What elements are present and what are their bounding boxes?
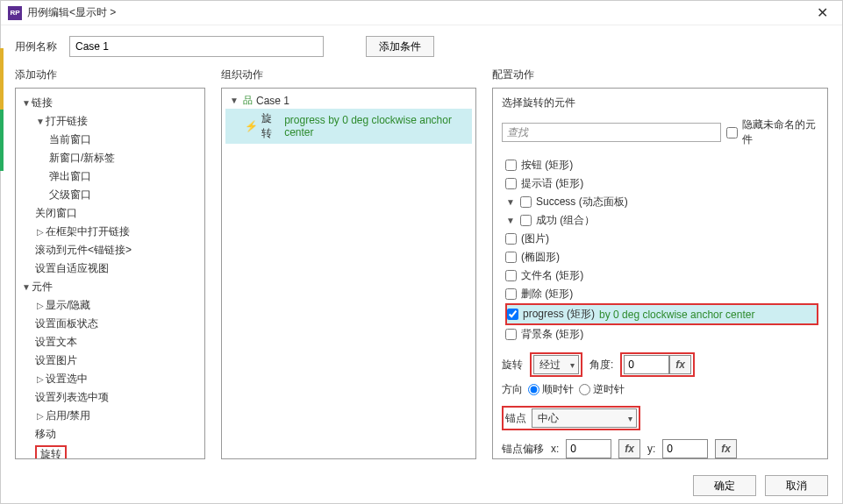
add-condition-button[interactable]: 添加条件 — [366, 36, 434, 57]
anchor-label: 锚点 — [505, 411, 526, 426]
chevron-down-icon — [229, 96, 239, 105]
tree-item[interactable]: 当前窗口 — [19, 131, 201, 149]
ok-button[interactable]: 确定 — [693, 475, 756, 496]
tree-item[interactable]: 设置文本 — [19, 333, 201, 351]
action-tree-panel: 链接 打开链接 当前窗口 新窗口/新标签 弹出窗口 父级窗口 关闭窗口 在框架中… — [15, 88, 205, 459]
action-prefix: 旋转 — [261, 111, 281, 141]
case-actions-panel: 品 Case 1 ⚡ 旋转progress by 0 deg clockwise… — [221, 88, 476, 459]
section-right-title: 配置动作 — [492, 67, 828, 82]
widget-item[interactable]: 删除 (矩形) — [505, 285, 818, 303]
tree-group-open-link[interactable]: 打开链接 — [19, 112, 201, 131]
tree-item[interactable]: 移动 — [19, 425, 201, 444]
tree-item[interactable]: 弹出窗口 — [19, 167, 201, 186]
tree-item[interactable]: 新窗口/新标签 — [19, 149, 201, 167]
tree-group-links[interactable]: 链接 — [19, 94, 201, 112]
case-name-input[interactable] — [69, 36, 324, 57]
tree-item[interactable]: 在框架中打开链接 — [19, 223, 201, 241]
window-title: 用例编辑<显示时 > — [27, 5, 809, 20]
progress-suffix: by 0 deg clockwise anchor center — [599, 309, 754, 321]
search-input[interactable] — [502, 123, 721, 142]
bolt-icon: ⚡ — [245, 120, 258, 132]
config-panel: 选择旋转的元件 隐藏未命名的元件 按钮 (矩形) 提示语 (矩形) Succes… — [492, 88, 828, 459]
widget-item[interactable]: (椭圆形) — [505, 248, 818, 266]
progress-name: progress (矩形) — [523, 307, 595, 322]
widget-item[interactable]: (图片) — [505, 230, 818, 248]
direction-label: 方向 — [502, 382, 523, 397]
action-suffix: progress by 0 deg clockwise anchor cente… — [284, 114, 468, 138]
tree-item[interactable]: 设置自适应视图 — [19, 259, 201, 278]
widget-item[interactable]: 提示语 (矩形) — [505, 174, 818, 193]
radio-ccw[interactable]: 逆时针 — [579, 382, 625, 397]
offset-x-input[interactable] — [566, 439, 611, 458]
widget-item[interactable]: 成功 (组合） — [505, 211, 818, 230]
case-name-label: 用例名称 — [15, 39, 61, 54]
section-left-title: 添加动作 — [15, 67, 205, 82]
tree-item[interactable]: 设置选中 — [19, 370, 201, 388]
action-row-rotate[interactable]: ⚡ 旋转progress by 0 deg clockwise anchor c… — [225, 109, 472, 144]
rotate-mode-select[interactable]: 经过 — [533, 355, 579, 374]
choose-widget-label: 选择旋转的元件 — [502, 96, 818, 110]
section-mid-title: 组织动作 — [221, 67, 476, 82]
tree-item[interactable]: 设置面板状态 — [19, 315, 201, 333]
x-label: x: — [551, 443, 559, 455]
case-icon: 品 — [243, 94, 253, 107]
offset-label: 锚点偏移 — [502, 442, 544, 457]
tree-item[interactable]: 启用/禁用 — [19, 407, 201, 425]
tree-item-rotate[interactable]: 旋转 — [19, 444, 201, 459]
anchor-select[interactable]: 中心 — [532, 408, 637, 428]
offset-y-input[interactable] — [662, 439, 708, 458]
tree-item[interactable]: 父级窗口 — [19, 186, 201, 204]
tree-group-widgets[interactable]: 元件 — [19, 278, 201, 296]
fx-button-x[interactable]: fx — [618, 439, 640, 458]
tree-item[interactable]: 显示/隐藏 — [19, 296, 201, 315]
cancel-button[interactable]: 取消 — [765, 475, 828, 496]
angle-input[interactable] — [624, 355, 669, 374]
widget-item[interactable]: 背景条 (矩形) — [505, 325, 818, 344]
left-edge-marks — [0, 48, 4, 171]
fx-button-y[interactable]: fx — [715, 439, 737, 458]
tree-item[interactable]: 设置图片 — [19, 351, 201, 370]
close-icon[interactable]: ✕ — [809, 4, 835, 21]
case-label: Case 1 — [256, 95, 289, 107]
tree-item[interactable]: 设置列表选中项 — [19, 388, 201, 407]
tree-item[interactable]: 关闭窗口 — [19, 204, 201, 223]
widget-item[interactable]: Success (动态面板) — [505, 193, 818, 211]
y-label: y: — [647, 443, 655, 455]
widget-item[interactable]: 按钮 (矩形) — [505, 156, 818, 174]
app-icon: RP — [8, 6, 22, 20]
widget-item[interactable]: 文件名 (矩形) — [505, 266, 818, 285]
tree-item[interactable]: 滚动到元件<锚链接> — [19, 241, 201, 259]
widget-item-progress[interactable]: progress (矩形) by 0 deg clockwise anchor … — [505, 303, 818, 325]
hide-unnamed-checkbox[interactable]: 隐藏未命名的元件 — [726, 116, 818, 149]
fx-button[interactable]: fx — [669, 355, 691, 374]
rotate-label: 旋转 — [502, 358, 523, 373]
case-row[interactable]: 品 Case 1 — [225, 92, 472, 109]
radio-cw[interactable]: 顺时针 — [528, 382, 574, 397]
angle-label: 角度: — [589, 358, 613, 373]
